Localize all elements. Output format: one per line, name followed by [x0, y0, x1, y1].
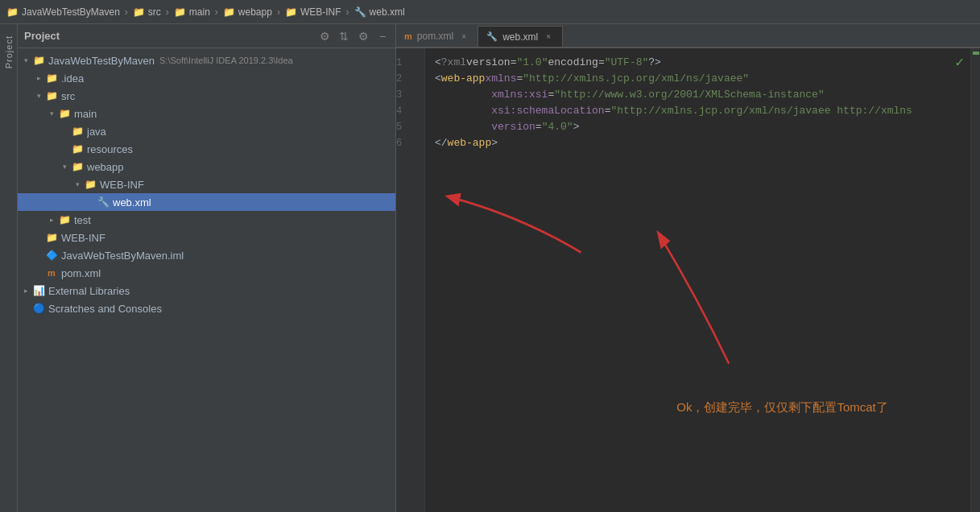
bc-main-icon: 📁: [174, 6, 186, 18]
extlibs-icon: 📊: [32, 284, 45, 297]
tree-item-idea[interactable]: 📁 .idea: [18, 69, 395, 87]
tree-item-resources[interactable]: 📁 resources: [18, 140, 395, 158]
main-icon: 📁: [58, 107, 71, 120]
tree-item-root[interactable]: 📁 JavaWebTestByMaven S:\Soft\IntelliJ ID…: [18, 52, 395, 69]
line-num-5: 5: [396, 119, 420, 135]
java-icon: 📁: [71, 125, 84, 138]
pom-icon: m: [45, 266, 58, 279]
test-icon: 📁: [58, 213, 71, 226]
tree-item-src[interactable]: 📁 src: [18, 87, 395, 105]
tree-arrow-extlibs: [21, 286, 31, 295]
tree-item-webinf2[interactable]: 📁 WEB-INF: [18, 229, 395, 246]
bc-webinf-icon: 📁: [285, 6, 297, 18]
tree-item-test[interactable]: 📁 test: [18, 211, 395, 229]
line-num-4: 4: [396, 103, 420, 119]
project-tree: 📁 JavaWebTestByMaven S:\Soft\IntelliJ ID…: [18, 48, 395, 512]
tree-label-main: main: [74, 108, 97, 120]
code-line-2: <web-app xmlns="http://xmlns.jcp.org/xml…: [435, 71, 961, 87]
line-num-6: 6: [396, 135, 420, 151]
scratches-icon: 🔵: [32, 302, 45, 315]
sidebar-title: Project: [24, 30, 60, 42]
code-line-1: <?xml version="1.0" encoding="UTF-8"?>: [435, 55, 961, 71]
tree-label-webinf: WEB-INF: [100, 179, 144, 191]
code-editor[interactable]: <?xml version="1.0" encoding="UTF-8"?> <…: [425, 48, 970, 512]
tree-label-root: JavaWebTestByMaven: [48, 55, 155, 67]
tree-item-extlibs[interactable]: 📊 External Libraries: [18, 282, 395, 299]
tree-arrow-test: [47, 215, 56, 225]
main-layout: Project Project ⚙ ⇅ ⚙ − 📁 JavaWebTestByM…: [0, 24, 980, 512]
sync-icon[interactable]: ⇅: [337, 30, 350, 43]
bc-webapp: webapp: [238, 6, 272, 18]
tab-pom-close[interactable]: ×: [458, 31, 469, 42]
bc-main: main: [189, 6, 210, 18]
res-icon: 📁: [71, 142, 84, 155]
tree-arrow-main: [47, 109, 56, 118]
tree-label-test: test: [74, 214, 91, 226]
vertical-tab-bar: Project: [0, 24, 18, 512]
tab-pom[interactable]: m pom.xml ×: [396, 26, 478, 47]
tree-label-webapp: webapp: [87, 161, 124, 173]
tree-label-src: src: [61, 90, 75, 102]
tree-item-iml[interactable]: 🔷 JavaWebTestByMaven.iml: [18, 246, 395, 264]
bc-src-icon: 📁: [133, 6, 145, 18]
idea-icon: 📁: [45, 72, 58, 85]
tree-label-iml: JavaWebTestByMaven.iml: [61, 250, 184, 262]
sidebar: Project ⚙ ⇅ ⚙ − 📁 JavaWebTestByMaven S:\…: [18, 24, 396, 512]
tree-arrow-src: [34, 91, 43, 101]
tree-label-resources: resources: [87, 143, 133, 155]
annotation-text: Ok，创建完毕，仅仅剩下配置Tomcat了: [676, 399, 888, 415]
webapp-icon: 📁: [71, 160, 84, 173]
tree-label-webxml: web.xml: [113, 196, 151, 209]
tab-bar: m pom.xml × 🔧 web.xml ×: [396, 24, 980, 48]
tab-webxml-close[interactable]: ×: [543, 31, 554, 43]
tree-item-webxml[interactable]: 🔧 web.xml: [18, 193, 395, 211]
tree-path-root: S:\Soft\IntelliJ IDEA 2019.2.3\Idea: [159, 56, 293, 65]
bc-src: src: [148, 6, 161, 18]
settings-icon[interactable]: ⚙: [357, 30, 370, 43]
tree-arrow-webxml: [85, 197, 95, 207]
minimize-icon[interactable]: −: [376, 30, 389, 43]
project-tab-label[interactable]: Project: [2, 29, 15, 75]
tree-arrow-java: [60, 126, 69, 136]
tab-pom-label: pom.xml: [417, 31, 453, 42]
tree-label-webinf2: WEB-INF: [61, 232, 105, 244]
code-line-6: </web-app>: [435, 135, 961, 151]
src-icon: 📁: [45, 89, 58, 102]
bc-webapp-icon: 📁: [223, 6, 235, 18]
tree-item-scratches[interactable]: 🔵 Scratches and Consoles: [18, 299, 395, 317]
editor-area: m pom.xml × 🔧 web.xml × 1 2 3 4 5 6: [396, 24, 980, 512]
tab-webxml[interactable]: 🔧 web.xml ×: [478, 26, 563, 47]
line-num-2: 2: [396, 71, 420, 87]
webinf2-icon: 📁: [45, 231, 58, 244]
tree-item-webinf[interactable]: 📁 WEB-INF: [18, 175, 395, 193]
tree-arrow-webinf2: [34, 233, 43, 242]
tree-item-pom[interactable]: m pom.xml: [18, 264, 395, 282]
tree-item-java[interactable]: 📁 java: [18, 122, 395, 140]
title-bar: 📁 JavaWebTestByMaven › 📁 src › 📁 main › …: [0, 0, 980, 24]
code-line-4: xsi:schemaLocation="http://xmlns.jcp.org…: [435, 103, 961, 119]
tab-webxml-icon: 🔧: [486, 31, 498, 42]
editor-content: 1 2 3 4 5 6 <?xml version="1.0" encoding…: [396, 48, 980, 512]
tree-item-main[interactable]: 📁 main: [18, 105, 395, 122]
gear-icon[interactable]: ⚙: [318, 30, 331, 43]
tree-label-idea: .idea: [61, 72, 84, 85]
iml-icon: 🔷: [45, 249, 58, 262]
code-line-3: xmlns:xsi="http://www.w3.org/2001/XMLSch…: [435, 87, 961, 103]
tree-arrow-webinf: [72, 180, 82, 189]
bc-file-icon: 🔧: [354, 6, 366, 18]
tree-arrow-webapp: [60, 162, 69, 171]
webinf-icon: 📁: [84, 178, 97, 191]
tree-arrow-resources: [60, 144, 69, 154]
tree-label-scratches: Scratches and Consoles: [48, 303, 162, 315]
tree-arrow-scratches: [21, 303, 31, 313]
tree-arrow-pom: [34, 268, 43, 278]
tree-label-java: java: [87, 126, 106, 138]
tree-label-pom: pom.xml: [61, 267, 101, 279]
bc-project: JavaWebTestByMaven: [22, 6, 120, 18]
bc-project-icon: 📁: [6, 6, 19, 18]
tree-arrow-root: [21, 56, 31, 65]
tree-item-webapp[interactable]: 📁 webapp: [18, 158, 395, 175]
xml-icon: 🔧: [97, 196, 110, 209]
tree-label-extlibs: External Libraries: [48, 285, 130, 297]
project-icon: 📁: [32, 54, 45, 67]
